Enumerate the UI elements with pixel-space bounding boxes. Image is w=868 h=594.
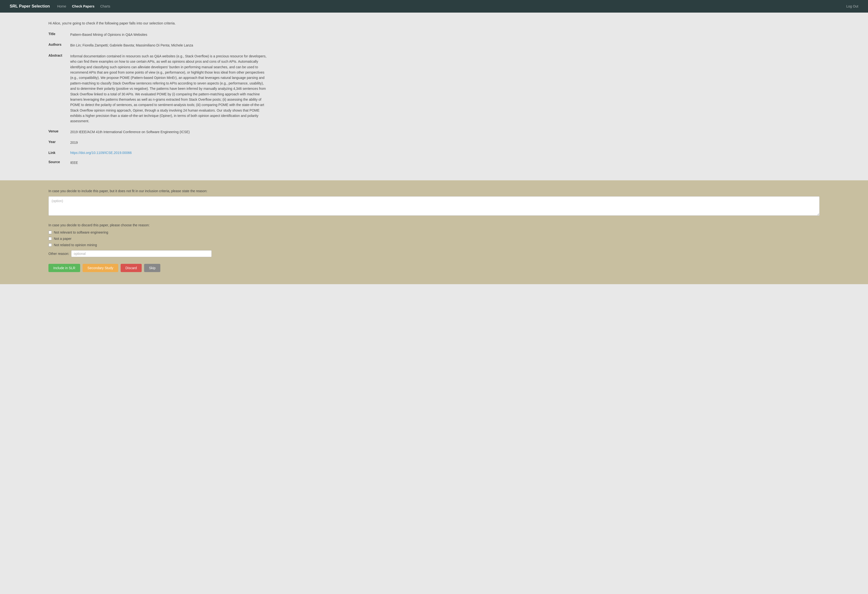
- paper-details: Title Pattern-Based Mining of Opinions i…: [49, 32, 819, 165]
- checkbox-label-1: Not relevant to software engineering: [54, 230, 108, 234]
- inclusion-reason-textarea[interactable]: [49, 196, 819, 216]
- other-reason-row: Other reason:: [49, 250, 819, 257]
- abstract-row: Abstract Informal documentation containe…: [49, 53, 819, 124]
- nav-home[interactable]: Home: [57, 4, 66, 8]
- venue-label: Venue: [49, 129, 70, 133]
- source-label: Source: [49, 160, 70, 164]
- inclusion-reason-label: In case you decide to include this paper…: [49, 189, 819, 193]
- checkbox-not-paper[interactable]: [49, 237, 52, 240]
- year-value: 2019: [70, 140, 78, 145]
- year-label: Year: [49, 140, 70, 144]
- discard-button[interactable]: Discard: [121, 264, 142, 272]
- venue-row: Venue 2019 IEEE/ACM 41th International C…: [49, 129, 819, 134]
- secondary-study-button[interactable]: Secondary Study: [83, 264, 118, 272]
- abstract-value: Informal documentation contained in reso…: [70, 53, 269, 124]
- other-reason-label: Other reason:: [49, 252, 69, 256]
- title-label: Title: [49, 32, 70, 36]
- bottom-section: In case you decide to include this paper…: [0, 180, 868, 284]
- year-row: Year 2019: [49, 140, 819, 145]
- checkbox-label-3: Not related to opinion mining: [54, 243, 97, 247]
- other-reason-input[interactable]: [71, 250, 212, 257]
- authors-value: Bin Lin; Fiorella Zampetti; Gabriele Bav…: [70, 43, 193, 48]
- checkbox-not-relevant[interactable]: [49, 231, 52, 234]
- nav-charts[interactable]: Charts: [100, 4, 110, 8]
- checkbox-item-2[interactable]: Not a paper: [49, 237, 819, 240]
- link-row: Link https://doi.org/10.1109/ICSE.2019.0…: [49, 151, 819, 155]
- title-row: Title Pattern-Based Mining of Opinions i…: [49, 32, 819, 37]
- greeting-text: Hi Alice, you're going to check if the f…: [49, 21, 819, 25]
- top-section: Hi Alice, you're going to check if the f…: [0, 13, 868, 180]
- discard-checkboxes: Not relevant to software engineering Not…: [49, 230, 819, 247]
- action-buttons: Include in SLR Secondary Study Discard S…: [49, 264, 819, 272]
- checkbox-item-1[interactable]: Not relevant to software engineering: [49, 230, 819, 234]
- venue-value: 2019 IEEE/ACM 41th International Confere…: [70, 129, 190, 134]
- checkbox-item-3[interactable]: Not related to opinion mining: [49, 243, 819, 247]
- nav-check-papers[interactable]: Check Papers: [72, 4, 94, 8]
- authors-label: Authors: [49, 43, 70, 46]
- nav-links: Home Check Papers Charts: [57, 4, 846, 8]
- source-row: Source IEEE: [49, 160, 819, 165]
- navbar: SRL Paper Selection Home Check Papers Ch…: [0, 0, 868, 13]
- include-slr-button[interactable]: Include in SLR: [49, 264, 80, 272]
- authors-row: Authors Bin Lin; Fiorella Zampetti; Gabr…: [49, 43, 819, 48]
- checkbox-not-opinion[interactable]: [49, 243, 52, 247]
- source-value: IEEE: [70, 160, 78, 165]
- nav-logout[interactable]: Log Out: [846, 4, 858, 8]
- checkbox-label-2: Not a paper: [54, 237, 71, 240]
- discard-reason-label: In case you decide to discard this paper…: [49, 223, 819, 227]
- abstract-label: Abstract: [49, 53, 70, 57]
- paper-link[interactable]: https://doi.org/10.1109/ICSE.2019.00066: [70, 151, 132, 155]
- title-value: Pattern-Based Mining of Opinions in Q&A …: [70, 32, 147, 37]
- nav-brand: SRL Paper Selection: [10, 4, 50, 9]
- link-label: Link: [49, 151, 70, 155]
- skip-button[interactable]: Skip: [144, 264, 160, 272]
